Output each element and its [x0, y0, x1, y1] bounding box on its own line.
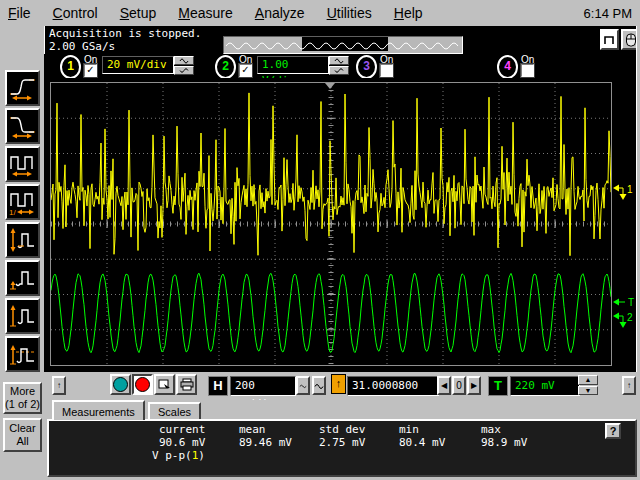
tab-scales[interactable]: Scales [148, 402, 201, 420]
timebase-down-button[interactable] [296, 376, 310, 395]
fall-time-icon[interactable] [5, 108, 40, 144]
menu-setup[interactable]: Setup [120, 5, 157, 21]
pulse-mode-button[interactable] [600, 29, 619, 50]
menu-bar: File Control Setup Measure Analyze Utili… [0, 0, 640, 27]
header-current: current [159, 423, 205, 436]
rise-time-icon[interactable] [5, 70, 40, 106]
header-std-dev: std dev [319, 423, 365, 436]
screen-copy-button[interactable] [154, 374, 175, 395]
delay-display[interactable]: 31.0000800 ms [347, 376, 439, 396]
delay-left-button[interactable]: ◀ [437, 376, 451, 395]
v-min-icon[interactable] [5, 260, 40, 296]
oscilloscope-screen: File Control Setup Measure Analyze Utili… [0, 0, 640, 480]
v-average-icon[interactable] [5, 336, 40, 372]
scroll-up-left-button[interactable]: ↑ [52, 376, 66, 395]
channel-1-scale-up-button[interactable] [174, 56, 194, 65]
status-bar: Acquisition is stopped. 2.00 GSa/s [44, 26, 637, 54]
frequency-icon[interactable]: 1/ [5, 184, 40, 220]
channel-4-badge[interactable]: 4 [497, 55, 518, 79]
menu-analyze[interactable]: Analyze [255, 5, 305, 21]
channel-controls: 1 On ✓ 20 mV/div 2 On ✓ 1.00 V/div 3 On … [44, 54, 640, 78]
tab-measurements[interactable]: Measurements [52, 400, 145, 420]
channel-1-badge[interactable]: 1 [60, 55, 81, 79]
timebase-up-button[interactable] [312, 376, 326, 395]
horizontal-label: H [208, 376, 228, 396]
svg-text:1: 1 [627, 184, 633, 195]
channel-1-scale[interactable]: 20 mV/div [102, 56, 174, 74]
channel-1-ground-marker[interactable]: 1 [612, 182, 636, 202]
channel-3-on-checkbox[interactable] [380, 64, 393, 77]
window-edge [636, 26, 640, 372]
svg-text:T: T [628, 297, 634, 308]
copy-icon [158, 379, 171, 391]
period-icon[interactable] [5, 146, 40, 182]
mouse-icon [625, 33, 637, 47]
trigger-level-display[interactable]: 220 mV [510, 376, 580, 396]
horizontal-trigger-bar: ↑ H 200 ns/div ↑ 31.0000800 ms ◀ 0 ▶ T 2… [44, 372, 640, 400]
stop-button[interactable] [132, 374, 153, 395]
value-current: 90.6 mV [159, 436, 205, 449]
header-mean: mean [239, 423, 266, 436]
menu-file[interactable]: File [8, 5, 31, 21]
delay-right-button[interactable]: ▶ [467, 376, 481, 395]
channel-2-ground-marker[interactable]: 2 [612, 310, 636, 330]
trigger-label: T [488, 376, 508, 396]
trigger-level-spinner: ▲ ▼ [578, 375, 598, 395]
measure-toolbar: 1/ [0, 26, 44, 480]
channel-2-badge[interactable]: 2 [215, 55, 236, 79]
clock: 6:14 PM [584, 6, 632, 21]
channel-2-scale-down-button[interactable] [329, 66, 349, 75]
value-mean: 89.46 mV [239, 436, 292, 449]
printer-icon [180, 378, 194, 391]
menu-control[interactable]: Control [53, 5, 98, 21]
more-button[interactable]: More (1 of 2) [3, 382, 42, 414]
menu-help[interactable]: Help [394, 5, 423, 21]
trigger-position-icon[interactable]: ↑ [331, 374, 346, 394]
menu-measure[interactable]: Measure [178, 5, 232, 21]
header-min: min [399, 423, 419, 436]
print-button[interactable] [176, 374, 197, 395]
channel-2-on-checkbox[interactable]: ✓ [239, 64, 252, 77]
channel-3-badge[interactable]: 3 [356, 55, 377, 79]
v-peak-peak-icon[interactable] [5, 222, 40, 258]
waveform-display: 1 T 2 [44, 78, 636, 372]
scroll-up-right-button[interactable]: ↑ [622, 376, 636, 395]
run-button[interactable] [110, 374, 131, 395]
stop-icon [135, 377, 150, 392]
results-panel: Measurements Scales current mean std dev… [44, 400, 640, 480]
header-max: max [481, 423, 501, 436]
channel-1-on-checkbox[interactable]: ✓ [84, 64, 97, 77]
svg-text:1/: 1/ [9, 208, 16, 216]
v-amplitude-icon[interactable] [5, 298, 40, 334]
sample-rate: 2.00 GSa/s [49, 40, 115, 53]
memory-bar[interactable] [223, 36, 463, 54]
channel-1-scale-spinner [174, 56, 194, 75]
trigger-level-up-button[interactable]: ▲ [578, 375, 598, 385]
acquisition-status: Acquisition is stopped. [49, 27, 201, 40]
run-icon [113, 377, 128, 392]
value-min: 80.4 mV [399, 436, 445, 449]
channel-2-scale-spinner [329, 56, 349, 75]
channel-2-scale[interactable]: 1.00 V/div [257, 56, 329, 74]
svg-text:2: 2 [627, 312, 633, 323]
trigger-level-down-button[interactable]: ▼ [578, 386, 598, 396]
channel-1-scale-down-button[interactable] [174, 66, 194, 75]
timebase-display[interactable]: 200 ns/div [230, 376, 296, 396]
clear-all-button[interactable]: Clear All [3, 418, 42, 452]
trigger-level-marker[interactable]: T [612, 296, 638, 308]
value-std-dev: 2.75 mV [319, 436, 365, 449]
help-button[interactable]: ? [605, 423, 621, 439]
menu-utilities[interactable]: Utilities [327, 5, 372, 21]
channel-2-scale-up-button[interactable] [329, 56, 349, 65]
delay-zero-button[interactable]: 0 [452, 376, 466, 395]
value-max: 98.9 mV [481, 436, 527, 449]
time-reference-marker[interactable] [325, 83, 335, 89]
graticule [50, 82, 612, 366]
channel-4-on-checkbox[interactable] [521, 64, 534, 77]
measurements-table: current mean std dev min max V p-p(1) 90… [47, 419, 637, 477]
